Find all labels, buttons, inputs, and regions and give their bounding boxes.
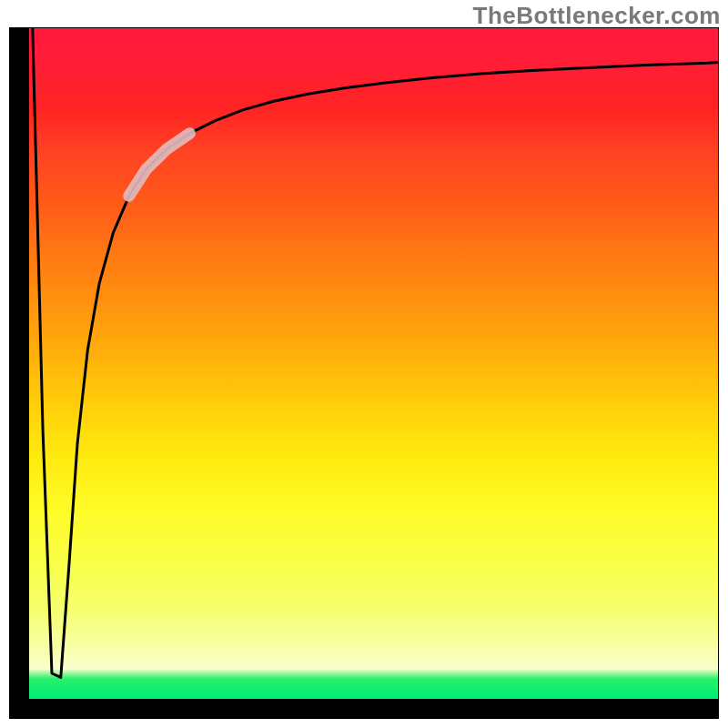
plot-area (29, 28, 718, 699)
curve-highlight-segment (129, 134, 190, 197)
plot-frame (9, 27, 719, 719)
watermark-text: TheBottlenecker.com (473, 2, 721, 30)
chart-container: TheBottlenecker.com (0, 0, 728, 728)
curve-svg (29, 28, 718, 699)
curve-line (33, 28, 718, 677)
